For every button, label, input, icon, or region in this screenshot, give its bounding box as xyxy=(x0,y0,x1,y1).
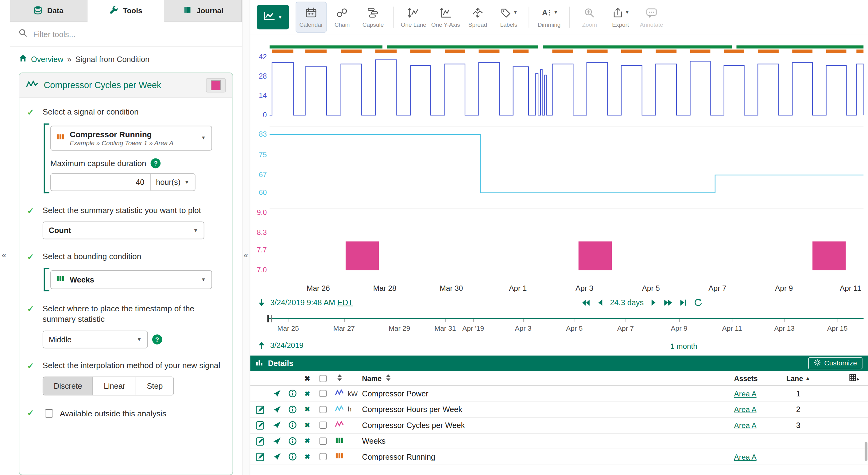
chevron-down-icon: ▼ xyxy=(201,277,206,282)
remove-icon[interactable]: ✖ xyxy=(305,453,310,461)
row-checkbox[interactable] xyxy=(319,422,327,428)
asset-link[interactable]: Area A xyxy=(734,406,756,414)
tab-tools[interactable]: Tools xyxy=(87,0,164,22)
refresh-icon[interactable] xyxy=(694,298,702,306)
tab-data[interactable]: Data xyxy=(10,0,87,22)
toolbar-button-export[interactable]: ▼ Export xyxy=(605,2,636,33)
timeline-tick xyxy=(523,319,524,322)
step-to-end-icon[interactable] xyxy=(680,299,687,306)
bounding-group: Weeks ▼ xyxy=(43,268,225,291)
panel-splitter[interactable]: « xyxy=(242,0,250,475)
info-icon[interactable] xyxy=(288,437,297,445)
remove-icon[interactable]: ✖ xyxy=(305,406,310,413)
plot-canvas[interactable] xyxy=(270,46,863,278)
toolbar-button-label: Spread xyxy=(468,21,487,28)
step-back-icon[interactable] xyxy=(597,299,603,306)
timestamp-select[interactable]: Middle ▼ xyxy=(43,330,148,348)
signal-icon xyxy=(335,420,344,430)
timeline-track[interactable] xyxy=(269,318,864,319)
column-name-label[interactable]: Name xyxy=(362,374,382,382)
asset-link[interactable]: Area A xyxy=(734,421,756,429)
step-forward-fast-icon[interactable] xyxy=(663,299,673,306)
remove-icon[interactable]: ✖ xyxy=(305,437,310,445)
customize-button[interactable]: Customize xyxy=(808,357,863,369)
timezone-link[interactable]: EDT xyxy=(337,298,353,307)
select-all-checkbox[interactable] xyxy=(319,375,327,382)
available-outside-checkbox[interactable] xyxy=(45,410,53,418)
timeline-start-date: 3/24/2019 xyxy=(270,341,303,349)
interp-discrete-button[interactable]: Discrete xyxy=(43,377,93,395)
timeline-left-handle[interactable] xyxy=(267,315,272,322)
view-selector-button[interactable]: ▼ xyxy=(257,5,289,29)
interp-linear-button[interactable]: Linear xyxy=(93,377,136,395)
collapse-left-panel-icon[interactable]: « xyxy=(2,250,6,260)
journal-icon xyxy=(183,5,192,16)
chart-region: 4228140837567609.08.37.77.0Mar 26Mar 28M… xyxy=(250,34,868,295)
row-checkbox[interactable] xyxy=(319,390,327,397)
filter-tools-row xyxy=(10,22,242,47)
toolbar-button-capsule[interactable]: Capsule xyxy=(358,2,389,33)
sort-icon[interactable] xyxy=(386,374,391,382)
duration-unit-select[interactable]: hour(s) ▼ xyxy=(150,174,195,190)
pin-icon[interactable] xyxy=(273,453,281,461)
toolbar-button-labels[interactable]: ▼ Labels xyxy=(493,2,524,33)
row-checkbox[interactable] xyxy=(319,406,327,413)
timeline-tick xyxy=(445,319,446,322)
asset-link[interactable]: Area A xyxy=(734,453,756,461)
toolbar-button-spread[interactable]: Spread xyxy=(462,2,493,33)
info-icon[interactable] xyxy=(288,389,297,397)
toolbar-button-annotate[interactable]: Annotate xyxy=(636,2,667,33)
breadcrumb-overview-link[interactable]: Overview xyxy=(31,55,63,64)
edit-icon[interactable] xyxy=(256,436,265,446)
timeline-tick xyxy=(473,319,474,322)
asset-link[interactable]: Area A xyxy=(734,390,756,398)
column-lane-label[interactable]: Lane xyxy=(786,374,803,382)
edit-icon[interactable] xyxy=(256,452,265,462)
down-arrow-icon[interactable] xyxy=(258,298,265,306)
bounding-select[interactable]: Weeks ▼ xyxy=(50,270,212,289)
row-checkbox[interactable] xyxy=(319,453,327,460)
info-icon[interactable] xyxy=(288,453,297,461)
pin-icon[interactable] xyxy=(273,405,281,414)
step-back-fast-icon[interactable] xyxy=(581,299,590,306)
edit-icon[interactable] xyxy=(256,420,265,430)
toolbar-button-zoom[interactable]: Zoom xyxy=(574,2,605,33)
export-icon: ▼ xyxy=(612,6,629,19)
condition-select[interactable]: Compressor Running Example » Cooling Tow… xyxy=(50,126,212,150)
timeline-scrubber[interactable]: Mar 25Mar 27Mar 29Mar 31Apr '19Apr 3Apr … xyxy=(269,314,864,339)
range-start-text[interactable]: 3/24/2019 9:48 AM EDT xyxy=(270,298,353,307)
statistic-select[interactable]: Count ▼ xyxy=(43,222,205,239)
max-duration-input[interactable] xyxy=(51,174,150,190)
toolbar-button-one-lane[interactable]: One Lane xyxy=(398,2,429,33)
pin-icon[interactable] xyxy=(273,421,281,429)
remove-all-icon[interactable]: ✖ xyxy=(304,374,310,382)
column-assets-label[interactable]: Assets xyxy=(734,374,758,382)
help-icon[interactable]: ? xyxy=(152,334,162,344)
collapse-sidebar-icon[interactable]: « xyxy=(244,250,248,260)
pin-icon[interactable] xyxy=(273,389,281,397)
sort-icon[interactable] xyxy=(337,374,342,382)
info-icon[interactable] xyxy=(288,421,297,429)
pin-icon[interactable] xyxy=(273,437,281,445)
tab-journal[interactable]: Journal xyxy=(164,0,242,22)
toolbar-button-dimming[interactable]: A▼ Dimming xyxy=(534,2,565,33)
remove-icon[interactable]: ✖ xyxy=(305,390,310,397)
step-forward-icon[interactable] xyxy=(651,299,656,306)
interp-step-button[interactable]: Step xyxy=(136,377,174,395)
x-axis-tick: Mar 28 xyxy=(373,284,397,292)
info-icon[interactable] xyxy=(288,405,297,414)
up-arrow-icon[interactable] xyxy=(258,341,265,349)
scrollbar-thumb[interactable] xyxy=(865,442,867,461)
add-column-icon[interactable] xyxy=(849,374,859,383)
edit-icon[interactable] xyxy=(256,405,265,414)
toolbar-button-chain[interactable]: Chain xyxy=(327,2,358,33)
chain-icon xyxy=(336,6,348,19)
range-duration[interactable]: 24.3 days xyxy=(610,298,644,307)
remove-icon[interactable]: ✖ xyxy=(305,421,310,429)
color-swatch[interactable] xyxy=(211,81,221,90)
filter-tools-input[interactable] xyxy=(32,29,233,39)
toolbar-button-calendar[interactable]: Calendar xyxy=(296,2,327,33)
help-icon[interactable]: ? xyxy=(151,158,160,168)
row-checkbox[interactable] xyxy=(319,437,327,444)
toolbar-button-one-y-axis[interactable]: One Y-Axis xyxy=(429,2,462,33)
